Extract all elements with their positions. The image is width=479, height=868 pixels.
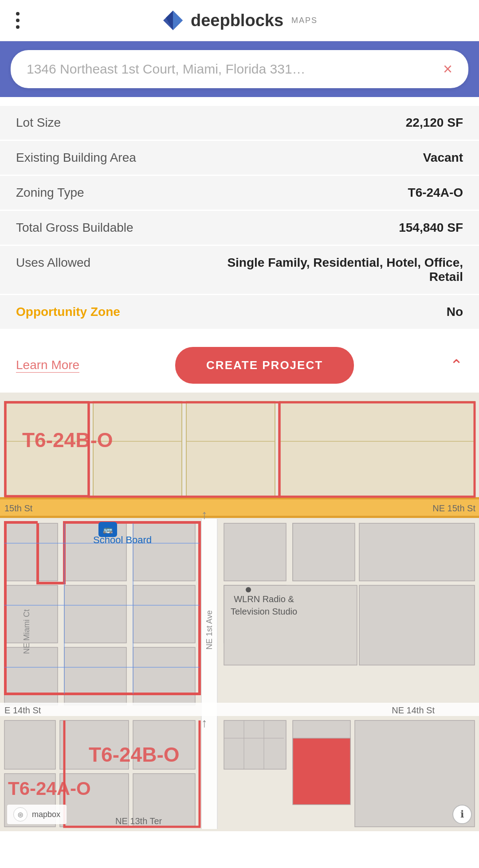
collapse-button[interactable]: ⌃ bbox=[450, 356, 463, 375]
ne-14th-st-label-right: NE 14th St bbox=[392, 705, 435, 716]
uses-allowed-label: Uses Allowed bbox=[16, 256, 90, 270]
lot-size-label: Lot Size bbox=[16, 116, 61, 130]
zone-label-t6-24b-o-upper: T6-24B-O bbox=[22, 428, 113, 452]
svg-rect-22 bbox=[4, 647, 58, 705]
opportunity-zone-label: Opportunity Zone bbox=[16, 305, 120, 319]
search-bar-wrapper: 1346 Northeast 1st Court, Miami, Florida… bbox=[0, 41, 479, 97]
bus-icon: 🚌 bbox=[103, 525, 113, 534]
learn-more-link[interactable]: Learn More bbox=[16, 358, 79, 373]
svg-rect-28 bbox=[133, 647, 195, 705]
zoning-type-label: Zoning Type bbox=[16, 186, 84, 200]
opportunity-zone-row: Opportunity Zone No bbox=[0, 295, 479, 329]
svg-point-57 bbox=[246, 587, 251, 592]
property-info-panel: Lot Size 22,120 SF Existing Building Are… bbox=[0, 97, 479, 335]
zoning-type-row: Zoning Type T6-24A-O bbox=[0, 176, 479, 210]
map-view[interactable]: ↑ ↑ T6-24B-O T6-24B-O T6-24A-O 15th St N… bbox=[0, 393, 479, 831]
menu-button[interactable] bbox=[16, 12, 20, 29]
ne-13th-ter-label: NE 13th Ter bbox=[115, 816, 162, 826]
svg-text:↑: ↑ bbox=[201, 508, 208, 522]
logo-maps-text: MAPS bbox=[291, 16, 318, 25]
logo-icon bbox=[161, 9, 185, 32]
search-bar[interactable]: 1346 Northeast 1st Court, Miami, Florida… bbox=[11, 50, 468, 88]
ne-1st-ave-label: NE 1st Ave bbox=[205, 561, 214, 650]
zoning-type-value: T6-24A-O bbox=[408, 186, 463, 200]
ne-15th-st-label-left: 15th St bbox=[4, 503, 32, 514]
svg-rect-43 bbox=[224, 720, 286, 769]
svg-rect-4 bbox=[0, 499, 479, 518]
svg-rect-25 bbox=[64, 647, 126, 705]
svg-rect-27 bbox=[133, 585, 195, 643]
svg-rect-45 bbox=[293, 738, 350, 805]
school-board-label: School Board bbox=[93, 534, 152, 546]
svg-rect-9 bbox=[186, 401, 275, 497]
mapbox-attribution: ◎ mapbox bbox=[7, 805, 67, 824]
zone-label-t6-24a-o: T6-24A-O bbox=[8, 778, 91, 799]
actions-bar: Learn More CREATE PROJECT ⌃ bbox=[0, 335, 479, 393]
building-area-value: Vacant bbox=[423, 151, 463, 165]
zone-label-t6-24b-o-lower: T6-24B-O bbox=[89, 743, 179, 767]
app-header: deepblocksMAPS bbox=[0, 0, 479, 41]
svg-rect-26 bbox=[133, 523, 195, 581]
building-area-row: Existing Building Area Vacant bbox=[0, 141, 479, 175]
logo-text: deepblocks bbox=[191, 11, 283, 30]
svg-rect-35 bbox=[359, 585, 475, 665]
ne-15th-st-label-right: NE 15th St bbox=[432, 503, 475, 514]
uses-allowed-value: Single Family, Residential, Hotel, Offic… bbox=[217, 256, 463, 284]
gross-buildable-label: Total Gross Buildable bbox=[16, 221, 133, 235]
svg-marker-2 bbox=[173, 11, 183, 30]
mapbox-text: mapbox bbox=[32, 810, 60, 819]
svg-rect-37 bbox=[4, 720, 55, 769]
gross-buildable-row: Total Gross Buildable 154,840 SF bbox=[0, 211, 479, 245]
svg-rect-34 bbox=[359, 523, 475, 581]
gross-buildable-value: 154,840 SF bbox=[399, 221, 463, 235]
lot-size-value: 22,120 SF bbox=[406, 116, 463, 130]
wlrn-label: WLRN Radio &Television Studio bbox=[231, 593, 297, 618]
create-project-button[interactable]: CREATE PROJECT bbox=[175, 347, 354, 384]
ne-14th-st-label-left: E 14th St bbox=[4, 705, 41, 716]
svg-rect-6 bbox=[0, 516, 479, 518]
svg-rect-33 bbox=[293, 523, 355, 581]
svg-rect-10 bbox=[279, 401, 475, 497]
svg-text:↑: ↑ bbox=[201, 716, 208, 730]
clear-search-button[interactable]: × bbox=[443, 60, 452, 78]
logo: deepblocksMAPS bbox=[161, 9, 318, 32]
svg-rect-24 bbox=[64, 585, 126, 643]
map-info-button[interactable]: ℹ bbox=[452, 805, 472, 824]
lot-size-row: Lot Size 22,120 SF bbox=[0, 106, 479, 140]
compass-icon: ◎ bbox=[13, 807, 27, 821]
uses-allowed-row: Uses Allowed Single Family, Residential,… bbox=[0, 246, 479, 294]
ne-miami-ct-label: NE Miami Ct bbox=[22, 565, 31, 654]
building-area-label: Existing Building Area bbox=[16, 151, 136, 165]
search-address: 1346 Northeast 1st Court, Miami, Florida… bbox=[27, 62, 443, 77]
svg-rect-29 bbox=[224, 523, 286, 581]
opportunity-zone-value: No bbox=[447, 305, 463, 319]
svg-rect-23 bbox=[64, 523, 126, 581]
